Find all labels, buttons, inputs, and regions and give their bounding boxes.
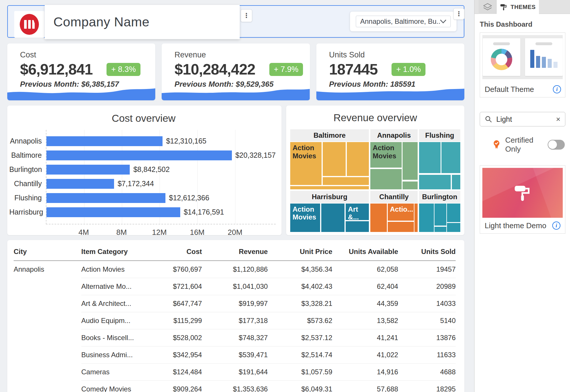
table-cell: $721,604 (145, 278, 202, 295)
city-filter-select[interactable]: Annapolis, Baltimore, Bu... (356, 16, 451, 27)
table-cell: $539,471 (202, 346, 268, 364)
treemap-group-body: Action Movies (290, 142, 369, 189)
bar-value-label: $12,310,165 (166, 137, 206, 145)
table-cell: Alternative Mo... (81, 278, 145, 295)
treemap-cell[interactable] (419, 142, 441, 173)
info-icon[interactable]: i (552, 222, 560, 230)
bar-row-baltimore: Baltimore$20,328,157 (46, 148, 276, 162)
treemap-cell[interactable]: Action Movies (290, 142, 322, 185)
treemap-cell[interactable] (370, 204, 387, 232)
certified-only-toggle[interactable] (548, 140, 565, 150)
theme-card-light-demo[interactable]: Light theme Demo i (480, 165, 565, 234)
bar-category-label: Flushing (9, 194, 42, 202)
table-cell: 13,582 (332, 312, 398, 329)
treemap-cell-label: Action Movies (370, 142, 402, 161)
info-icon[interactable]: i (553, 85, 561, 93)
treemap-cell-label: Action Movies (290, 204, 320, 223)
column-header[interactable]: Cost (145, 240, 202, 261)
column-header[interactable]: Revenue (202, 240, 268, 261)
bar-chart-icon (525, 49, 563, 68)
axis-tick-label: 4M (78, 228, 89, 237)
city-filter-value: Annapolis, Baltimore, Bu... (360, 17, 440, 26)
column-header[interactable]: City (14, 240, 81, 261)
theme-card-default[interactable]: Default Theme i (480, 32, 565, 97)
bar-row-harrisburg: Harrisburg$14,176,591 (46, 205, 276, 219)
treemap-cell[interactable] (441, 142, 460, 173)
table-cell: 4688 (398, 364, 456, 381)
treemap-cell[interactable]: Action Movies (290, 204, 320, 232)
table-cell: $1,057.59 (268, 364, 332, 381)
table-row[interactable]: Comedy Movies$909,264$1,353,636$6,049.31… (14, 381, 456, 392)
table-cell: $2,514.74 (268, 346, 332, 364)
treemap-cell[interactable] (290, 186, 369, 189)
treemap-cell[interactable] (321, 204, 344, 232)
bar-flushing[interactable] (46, 193, 165, 203)
axis-tick-label: 16M (190, 228, 205, 237)
bar-annapolis[interactable] (46, 136, 163, 146)
bar-baltimore[interactable] (46, 150, 232, 160)
treemap-cell[interactable] (323, 142, 346, 176)
treemap-cell[interactable] (414, 204, 418, 232)
column-header[interactable]: Units Sold (398, 240, 456, 261)
header-menu-button[interactable]: ⋮ (453, 8, 464, 20)
table-row[interactable]: Business Admi...$342,954$539,471$2,514.7… (14, 346, 456, 364)
treemap-cell[interactable] (370, 169, 402, 189)
close-icon[interactable]: × (556, 115, 560, 123)
table-row[interactable]: Audio Equipm...$115,299$177,318$573.6213… (14, 312, 456, 329)
table-row[interactable]: Cameras$124,484$191,644$1,057.5914,91646… (14, 364, 456, 381)
treemap-cell[interactable]: Actio... (388, 204, 414, 221)
bar-burlington[interactable] (46, 165, 130, 175)
treemap-cell[interactable] (434, 204, 446, 226)
treemap-cell[interactable]: Art &... (346, 204, 369, 220)
page-title: Company Name (53, 14, 149, 30)
table-cell: $528,002 (145, 329, 202, 346)
treemap-cell[interactable] (347, 142, 369, 176)
treemap-cell[interactable] (447, 204, 460, 222)
column-header[interactable]: Units Available (332, 240, 398, 261)
table-row[interactable]: Art & Architect...$647,747$919,997$3,328… (14, 295, 456, 312)
dashboard-title-panel: Company Name (45, 5, 240, 39)
treemap-cell[interactable] (447, 223, 460, 232)
column-header[interactable]: Item Category (81, 240, 145, 261)
bar-category-label: Harrisburg (9, 208, 42, 216)
search-icon (485, 115, 492, 123)
treemap-cell[interactable] (434, 227, 446, 232)
theme-search-box[interactable]: Light × (480, 112, 565, 126)
treemap-cell[interactable] (388, 222, 414, 232)
bar-harrisburg[interactable] (46, 207, 180, 217)
table-row[interactable]: Alternative Mo...$721,604$1,041,030$4,40… (14, 278, 456, 295)
tab-themes[interactable]: THEMES (497, 0, 539, 14)
kpi-card-cost: Cost $6,912,841 + 8.3% Previous Month: $… (7, 43, 155, 100)
treemap-cell[interactable] (323, 177, 369, 185)
kpi-sparkline (316, 86, 464, 100)
treemap-cell-label: Action Movies (290, 142, 322, 161)
table-cell: Comedy Movies (81, 381, 145, 392)
treemap-group-body: Action Movies (370, 142, 418, 189)
table-row[interactable]: AnnapolisAction Movies$760,697$1,120,886… (14, 261, 456, 278)
kpi-label: Revenue (174, 50, 310, 59)
tab-layers[interactable] (479, 0, 497, 14)
treemap-cell[interactable] (403, 182, 418, 189)
column-header[interactable]: Unit Price (268, 240, 332, 261)
bar-value-label: $20,328,157 (235, 151, 276, 159)
treemap-group-title: Baltimore (290, 129, 369, 141)
treemap-cell[interactable] (419, 204, 434, 232)
bar-chantilly[interactable] (46, 179, 114, 189)
table-row[interactable]: Books - Miscell...$528,002$748,327$2,537… (14, 329, 456, 346)
kpi-delta-badge: + 7.9% (269, 63, 303, 76)
chart-title: Revenue overview (290, 112, 460, 124)
title-menu-button[interactable]: ⋮ (241, 9, 252, 22)
table-cell: 13876 (398, 329, 456, 346)
treemap-cell[interactable] (452, 175, 460, 189)
table-cell: 62,404 (332, 278, 398, 295)
vertical-ellipsis-icon: ⋮ (456, 10, 462, 18)
treemap-group-title: Flushing (419, 129, 460, 141)
treemap-cell[interactable] (346, 221, 369, 232)
vertical-ellipsis-icon: ⋮ (243, 12, 250, 19)
treemap-cell[interactable]: Action Movies (370, 142, 402, 168)
table-cell: 20989 (398, 278, 456, 295)
treemap-cell[interactable] (403, 142, 418, 180)
treemap-cell[interactable] (419, 175, 451, 189)
table-cell: $1,120,886 (202, 261, 268, 278)
search-input[interactable]: Light (496, 115, 552, 124)
